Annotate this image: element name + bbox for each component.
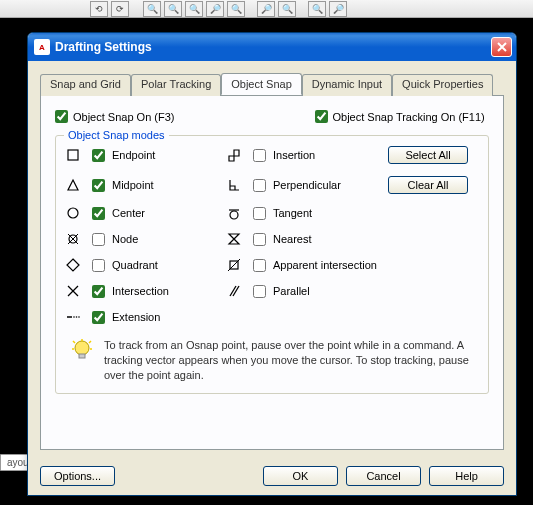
nearest-checkbox[interactable] — [253, 233, 266, 246]
zoom-prev-btn[interactable]: 🔍 — [185, 1, 203, 17]
svg-rect-18 — [79, 354, 85, 358]
quadrant-checkbox[interactable] — [92, 259, 105, 272]
tab-object-snap[interactable]: Object Snap — [221, 73, 302, 95]
zoom-extents-btn[interactable]: 🔍 — [143, 1, 161, 17]
app-icon: A — [34, 39, 50, 55]
clear-all-button[interactable]: Clear All — [388, 176, 468, 194]
object-snap-tracking-label[interactable]: Object Snap Tracking On (F11) — [315, 110, 485, 123]
titlebar: A Drafting Settings — [28, 33, 516, 61]
endpoint-label: Endpoint — [112, 149, 221, 161]
zoom-all-btn[interactable]: 🔍 — [227, 1, 245, 17]
extension-icon — [66, 310, 80, 324]
object-snap-on-label[interactable]: Object Snap On (F3) — [55, 110, 175, 123]
tangent-icon — [227, 206, 241, 220]
nearest-label: Nearest — [273, 233, 382, 245]
center-icon — [66, 206, 80, 220]
object-snap-on-text: Object Snap On (F3) — [73, 111, 175, 123]
perpendicular-checkbox[interactable] — [253, 179, 266, 192]
extension-checkbox[interactable] — [92, 311, 105, 324]
midpoint-icon — [66, 178, 80, 192]
node-icon — [66, 232, 80, 246]
intersection-label: Intersection — [112, 285, 221, 297]
zoom-in-btn[interactable]: 🔎 — [257, 1, 275, 17]
cancel-button[interactable]: Cancel — [346, 466, 421, 486]
zoom-center-btn[interactable]: 🔎 — [329, 1, 347, 17]
perpendicular-icon — [227, 178, 241, 192]
zoom-out-btn[interactable]: 🔍 — [278, 1, 296, 17]
tangent-checkbox[interactable] — [253, 207, 266, 220]
apparent-intersection-checkbox[interactable] — [253, 259, 266, 272]
perpendicular-label: Perpendicular — [273, 179, 382, 191]
svg-point-15 — [76, 316, 78, 318]
svg-point-16 — [78, 316, 80, 318]
zoom-window-btn[interactable]: 🔍 — [164, 1, 182, 17]
object-snap-on-checkbox[interactable] — [55, 110, 68, 123]
svg-line-12 — [233, 286, 239, 296]
endpoint-icon — [66, 148, 80, 162]
parallel-checkbox[interactable] — [253, 285, 266, 298]
svg-rect-0 — [68, 150, 78, 160]
insertion-checkbox[interactable] — [253, 149, 266, 162]
group-legend: Object Snap modes — [64, 129, 169, 141]
svg-point-17 — [75, 341, 89, 355]
intersection-icon — [66, 284, 80, 298]
insertion-icon — [227, 148, 241, 162]
select-all-button[interactable]: Select All — [388, 146, 468, 164]
apparent-intersection-label: Apparent intersection — [273, 259, 382, 271]
nearest-icon — [227, 232, 241, 246]
tab-quick-properties[interactable]: Quick Properties — [392, 74, 493, 96]
object-snap-tracking-checkbox[interactable] — [315, 110, 328, 123]
apparent-intersection-icon — [227, 258, 241, 272]
node-label: Node — [112, 233, 221, 245]
midpoint-label: Midpoint — [112, 179, 221, 191]
svg-point-14 — [73, 316, 75, 318]
insertion-label: Insertion — [273, 149, 382, 161]
tangent-label: Tangent — [273, 207, 382, 219]
midpoint-checkbox[interactable] — [92, 179, 105, 192]
window-title: Drafting Settings — [55, 40, 152, 54]
center-checkbox[interactable] — [92, 207, 105, 220]
object-snap-tracking-text: Object Snap Tracking On (F11) — [333, 111, 485, 123]
close-button[interactable] — [491, 37, 512, 57]
ok-button[interactable]: OK — [263, 466, 338, 486]
help-button[interactable]: Help — [429, 466, 504, 486]
object-snap-modes-group: Object Snap modes Endpoint Insertion Sel… — [55, 135, 489, 394]
toolbar-btn[interactable]: ⟳ — [111, 1, 129, 17]
center-label: Center — [112, 207, 221, 219]
tip-text: To track from an Osnap point, pause over… — [104, 338, 474, 383]
tab-snap-grid[interactable]: Snap and Grid — [40, 74, 131, 96]
quadrant-label: Quadrant — [112, 259, 221, 271]
zoom-obj-btn[interactable]: 🔍 — [308, 1, 326, 17]
svg-line-11 — [230, 286, 236, 296]
lightbulb-icon — [70, 338, 94, 362]
parallel-label: Parallel — [273, 285, 382, 297]
tab-polar-tracking[interactable]: Polar Tracking — [131, 74, 221, 96]
intersection-checkbox[interactable] — [92, 285, 105, 298]
toolbar-btn[interactable]: ⟲ — [90, 1, 108, 17]
svg-point-1 — [68, 208, 78, 218]
extension-label: Extension — [112, 311, 221, 323]
svg-point-2 — [230, 211, 238, 219]
endpoint-checkbox[interactable] — [92, 149, 105, 162]
zoom-realtime-btn[interactable]: 🔎 — [206, 1, 224, 17]
node-checkbox[interactable] — [92, 233, 105, 246]
parallel-icon — [227, 284, 241, 298]
tab-strip: Snap and Grid Polar Tracking Object Snap… — [40, 73, 504, 96]
quadrant-icon — [66, 258, 80, 272]
tab-dynamic-input[interactable]: Dynamic Input — [302, 74, 392, 96]
options-button[interactable]: Options... — [40, 466, 115, 486]
drafting-settings-dialog: A Drafting Settings Snap and Grid Polar … — [27, 32, 517, 496]
